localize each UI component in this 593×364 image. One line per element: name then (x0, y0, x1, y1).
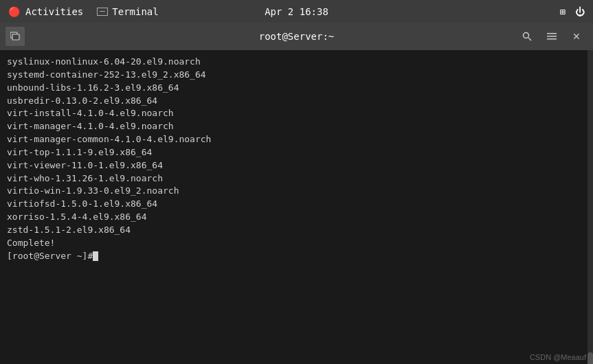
terminal-line: virtio-win-1.9.33-0.el9_2.noarch (7, 185, 586, 198)
terminal-label: Terminal (112, 6, 158, 17)
svg-line-3 (528, 38, 531, 41)
power-icon[interactable]: ⏻ (575, 6, 585, 17)
activities-label[interactable]: Activities (25, 6, 83, 17)
prompt-line: [root@Server ~]# (7, 250, 586, 263)
complete-text: Complete! (7, 237, 586, 250)
terminal-line: virt-install-4.1.0-4.el9.noarch (7, 107, 586, 120)
terminal-line: virt-who-1.31.26-1.el9.noarch (7, 172, 586, 185)
terminal-line: xorriso-1.5.4-4.el9.x86_64 (7, 211, 586, 224)
new-tab-button[interactable] (5, 27, 25, 46)
system-bar: 🔴 Activities Terminal Apr 2 16:38 ⊞ ⏻ (0, 0, 593, 23)
terminal-window: root@Server:~ ✕ syslinux-nonlinux-6.04-2… (0, 23, 593, 364)
prompt-text: [root@Server ~]# (7, 250, 93, 263)
close-button[interactable]: ✕ (566, 27, 588, 46)
search-button[interactable] (516, 27, 538, 46)
terminal-line: virt-viewer-11.0-1.el9.x86_64 (7, 159, 586, 172)
scrollbar[interactable] (588, 50, 593, 364)
terminal-icon (97, 8, 108, 16)
terminal-title: root@Server:~ (259, 31, 335, 42)
svg-rect-1 (12, 34, 19, 40)
network-icon[interactable]: ⊞ (560, 6, 566, 17)
cursor (93, 251, 98, 261)
svg-point-2 (524, 33, 529, 38)
svg-rect-6 (547, 38, 557, 40)
activities-icon: 🔴 (8, 6, 20, 17)
system-bar-right: ⊞ ⏻ (560, 6, 585, 17)
system-datetime: Apr 2 16:38 (265, 6, 328, 17)
terminal-line: virtiofsd-1.5.0-1.el9.x86_64 (7, 198, 586, 211)
watermark: CSDN @Meaauf (530, 353, 586, 361)
system-bar-left: 🔴 Activities Terminal (8, 6, 159, 17)
terminal-line: zstd-1.5.1-2.el9.x86_64 (7, 224, 586, 237)
menu-button[interactable] (541, 27, 563, 46)
svg-rect-4 (547, 33, 557, 34)
titlebar-left (5, 27, 25, 46)
svg-rect-5 (547, 36, 557, 37)
terminal-content[interactable]: syslinux-nonlinux-6.04-20.el9.noarchsyst… (0, 50, 593, 364)
terminal-line: systemd-container-252-13.el9_2.x86_64 (7, 69, 586, 82)
terminal-line: virt-top-1.1.1-9.el9.x86_64 (7, 146, 586, 159)
terminal-line: unbound-libs-1.16.2-3.el9.x86_64 (7, 82, 586, 95)
terminal-app[interactable]: Terminal (97, 6, 158, 17)
terminal-line: virt-manager-4.1.0-4.el9.noarch (7, 120, 586, 133)
terminal-line: usbredir-0.13.0-2.el9.x86_64 (7, 95, 586, 108)
scrollbar-thumb[interactable] (588, 352, 593, 364)
terminal-line: syslinux-nonlinux-6.04-20.el9.noarch (7, 56, 586, 69)
titlebar-controls: ✕ (516, 27, 588, 46)
terminal-line: virt-manager-common-4.1.0-4.el9.noarch (7, 133, 586, 146)
terminal-titlebar: root@Server:~ ✕ (0, 23, 593, 50)
